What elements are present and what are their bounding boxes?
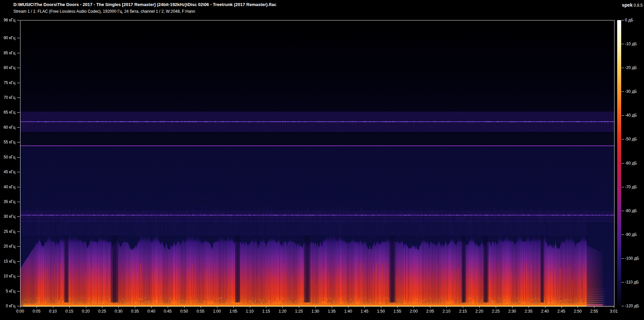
db-tick-label: 0 дБ (625, 18, 633, 22)
time-tick-label: 1:05 (226, 309, 241, 314)
freq-tick-mark (17, 112, 20, 113)
time-tick-label: 2:35 (521, 309, 536, 314)
time-tick-mark (430, 306, 430, 308)
freq-tick-label: 20 кГц (0, 244, 15, 249)
db-tick-label: -60 дБ (625, 161, 637, 166)
time-tick-label: 2:50 (570, 309, 585, 314)
time-tick-label: 1:30 (308, 309, 323, 314)
time-tick-label: 0:45 (160, 309, 175, 314)
time-tick-mark (135, 306, 135, 308)
freq-tick-mark (17, 261, 20, 262)
time-tick-label: 0:10 (46, 309, 60, 314)
db-tick-label: -80 дБ (625, 208, 637, 213)
freq-tick-mark (17, 157, 20, 157)
freq-tick-label: 75 кГц (0, 80, 15, 85)
db-tick-mark (622, 139, 624, 139)
time-tick-label: 2:15 (455, 309, 470, 314)
time-tick-label: 0:35 (127, 309, 142, 314)
app-name: spek (622, 2, 633, 8)
file-path-title: D:\MUSIC\The Doors\The Doors - 2017 - Th… (13, 2, 276, 7)
time-tick-label: 1:40 (341, 309, 356, 314)
time-tick-mark (201, 306, 201, 308)
time-tick-mark (594, 306, 594, 308)
db-tick-label: -30 дБ (625, 89, 637, 94)
time-tick-mark (348, 306, 348, 308)
db-tick-label: -110 дБ (625, 280, 639, 284)
db-tick-label: -50 дБ (625, 137, 637, 141)
time-tick-mark (561, 306, 562, 308)
time-tick-mark (365, 306, 365, 308)
time-tick-mark (69, 306, 70, 308)
freq-tick-label: 15 кГц (0, 259, 15, 264)
time-tick-label: 0:30 (111, 309, 126, 314)
freq-tick-label: 45 кГц (0, 170, 15, 174)
freq-tick-mark (17, 83, 20, 83)
time-tick-label: 0:20 (78, 309, 93, 314)
time-tick-mark (151, 306, 152, 308)
time-tick-mark (414, 306, 414, 308)
time-tick-label: 2:10 (439, 309, 454, 314)
db-tick-mark (622, 235, 624, 235)
time-tick-mark (250, 306, 250, 308)
spek-window: D:\MUSIC\The Doors\The Doors - 2017 - Th… (0, 0, 644, 320)
time-tick-mark (315, 306, 316, 308)
freq-tick-label: 30 кГц (0, 214, 15, 219)
time-tick-mark (545, 306, 545, 308)
time-tick-label: 1:50 (374, 309, 388, 314)
time-tick-mark (614, 306, 614, 308)
stream-info: Stream 1 / 1: FLAC (Free Lossless Audio … (13, 9, 195, 14)
freq-tick-mark (17, 172, 20, 172)
time-tick-label: 2:20 (472, 309, 487, 314)
time-tick-mark (168, 306, 168, 308)
time-tick-label: 1:35 (324, 309, 339, 314)
db-tick-mark (622, 258, 624, 259)
time-tick-label: 1:00 (210, 309, 224, 314)
db-tick-label: -20 дБ (625, 65, 637, 70)
time-tick-mark (496, 306, 496, 308)
freq-tick-mark (17, 216, 20, 217)
freq-tick-label: 40 кГц (0, 185, 15, 189)
time-tick-label: 2:25 (488, 309, 503, 314)
time-tick-mark (381, 306, 381, 308)
freq-tick-label: 96 кГц (0, 18, 15, 22)
freq-tick-label: 85 кГц (0, 51, 15, 55)
time-tick-label: 1:55 (390, 309, 405, 314)
time-tick-mark (332, 306, 332, 308)
time-tick-mark (86, 306, 86, 308)
freq-tick-label: 70 кГц (0, 95, 15, 100)
freq-tick-label: 80 кГц (0, 65, 15, 70)
time-tick-label: 0:50 (177, 309, 192, 314)
freq-tick-mark (17, 232, 20, 232)
time-tick-mark (446, 306, 447, 308)
time-tick-mark (397, 306, 398, 308)
freq-tick-mark (17, 246, 20, 247)
time-tick-mark (118, 306, 119, 308)
time-tick-label: 0:05 (29, 309, 44, 314)
freq-tick-mark (17, 291, 20, 292)
time-tick-mark (184, 306, 184, 308)
time-tick-label: 0:40 (144, 309, 159, 314)
db-tick-mark (622, 211, 624, 211)
db-tick-label: -120 дБ (625, 304, 639, 308)
freq-tick-mark (17, 20, 20, 20)
time-tick-label: 2:00 (406, 309, 421, 314)
db-tick-mark (622, 187, 624, 187)
freq-tick-mark (17, 142, 20, 142)
freq-tick-label: 60 кГц (0, 125, 15, 130)
time-tick-label: 2:55 (587, 309, 601, 314)
time-tick-label: 1:20 (275, 309, 290, 314)
freq-tick-mark (17, 68, 20, 68)
time-tick-mark (233, 306, 234, 308)
db-tick-label: -40 дБ (625, 113, 637, 118)
db-tick-mark (622, 163, 624, 164)
spectrogram-plot (20, 20, 614, 307)
freq-tick-label: 55 кГц (0, 140, 15, 144)
freq-tick-label: 0 кГц (0, 304, 15, 308)
db-tick-mark (622, 68, 624, 68)
time-tick-mark (102, 306, 102, 308)
db-tick-label: -70 дБ (625, 185, 637, 189)
db-colorbar (617, 20, 621, 306)
time-tick-label: 2:40 (538, 309, 552, 314)
app-version: 0.8.5 (634, 3, 643, 8)
time-tick-mark (20, 306, 20, 308)
